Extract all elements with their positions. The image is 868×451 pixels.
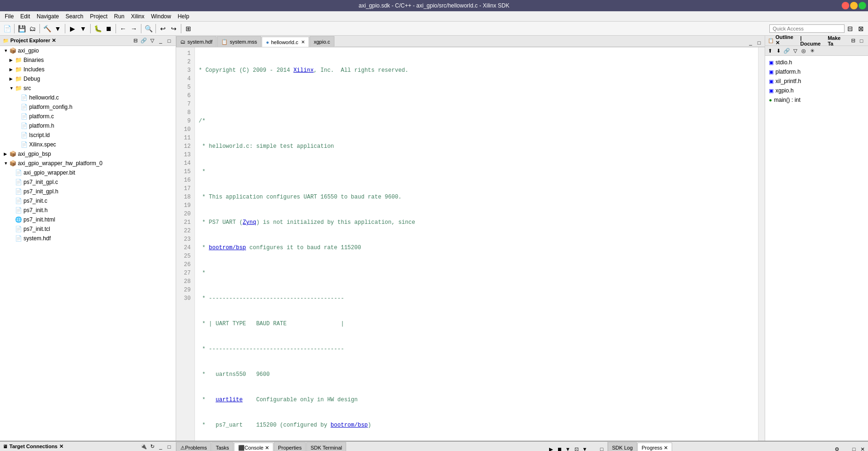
menu-window[interactable]: Window bbox=[148, 12, 174, 21]
minimize-pe-button[interactable]: _ bbox=[157, 37, 164, 45]
console-stop-btn[interactable]: ⏹ bbox=[556, 445, 563, 451]
editor-minimize-btn[interactable]: _ bbox=[747, 39, 754, 46]
console-term-btn[interactable]: ⊡ bbox=[573, 445, 580, 451]
tb-debug-button[interactable]: 🐛 bbox=[93, 23, 103, 34]
console-tab-problems[interactable]: ⚠ Problems bbox=[176, 442, 211, 451]
console-run-btn[interactable]: ▶ bbox=[547, 445, 555, 451]
tree-item-includes[interactable]: ▶ 📁 Includes bbox=[0, 65, 176, 74]
tree-item-platform-c[interactable]: 📄 platform.c bbox=[0, 112, 176, 121]
filter-button[interactable]: ▽ bbox=[148, 37, 156, 45]
tb-run-drop[interactable]: ▼ bbox=[78, 23, 88, 34]
menu-run[interactable]: Run bbox=[111, 12, 127, 21]
tree-item-ps7-init-gpl-c[interactable]: 📄 ps7_init_gpl.c bbox=[0, 177, 176, 187]
tc-maximize-btn[interactable]: □ bbox=[165, 443, 173, 451]
win-btn-close[interactable] bbox=[842, 2, 849, 9]
menu-search[interactable]: Search bbox=[62, 12, 86, 21]
tree-item-src[interactable]: ▼ 📁 src bbox=[0, 84, 176, 93]
tb-redo-button[interactable]: ↪ bbox=[169, 23, 179, 34]
outline-tb5[interactable]: ◎ bbox=[800, 47, 807, 54]
tb-undo-button[interactable]: ↩ bbox=[158, 23, 168, 34]
tb-icon1[interactable]: ⊟ bbox=[845, 23, 855, 34]
tb-build-drop[interactable]: ▼ bbox=[53, 23, 63, 34]
tree-item-platform-config-h[interactable]: 📄 platform_config.h bbox=[0, 102, 176, 112]
outline-btn2[interactable]: □ bbox=[858, 37, 865, 45]
outline-tb3[interactable]: 🔗 bbox=[783, 47, 790, 54]
tb-save-button[interactable]: 💾 bbox=[16, 23, 27, 34]
menu-edit[interactable]: Edit bbox=[17, 12, 33, 21]
console-tab-tasks[interactable]: Tasks bbox=[211, 442, 233, 451]
outline-tb2[interactable]: ⬇ bbox=[775, 47, 782, 54]
editor-scrollbar[interactable] bbox=[758, 47, 765, 441]
make-ta-tab-label[interactable]: Make Ta bbox=[825, 34, 849, 47]
tb-back-button[interactable]: ← bbox=[118, 23, 128, 34]
tree-item-ps7-init-tcl[interactable]: 📄 ps7_init.tcl bbox=[0, 224, 176, 234]
tab-xgpio-c[interactable]: xgpio.c bbox=[310, 36, 334, 47]
tree-item-binaries[interactable]: ▶ 📁 Binaries bbox=[0, 55, 176, 65]
outline-item-xil-printf-h[interactable]: ▣ xil_printf.h bbox=[767, 76, 866, 86]
tb-perspective-button[interactable]: ⊞ bbox=[183, 23, 194, 34]
tab-system-mss[interactable]: 📋 system.mss bbox=[217, 36, 261, 47]
win-btn-maximize[interactable] bbox=[859, 2, 866, 9]
tree-item-lscript-ld[interactable]: 📄 lscript.ld bbox=[0, 130, 176, 140]
tree-item-debug[interactable]: ▶ 📁 Debug bbox=[0, 74, 176, 84]
tree-item-helloworld-c[interactable]: 📄 helloworld.c bbox=[0, 93, 176, 102]
tree-item-system-hdf[interactable]: 📄 system.hdf bbox=[0, 234, 176, 243]
console-tab-console[interactable]: ⬛ Console ✕ bbox=[234, 443, 273, 451]
docume-tab-label[interactable]: | Docume bbox=[798, 34, 825, 47]
tree-item-axi-gpio-wrapper[interactable]: ▼ 📦 axi_gpio_wrapper_hw_platform_0 bbox=[0, 159, 176, 168]
tab-helloworld-c[interactable]: ● helloworld.c ✕ bbox=[262, 37, 309, 47]
outline-tb1[interactable]: ⬆ bbox=[766, 47, 774, 54]
tb-run-button[interactable]: ▶ bbox=[67, 23, 78, 34]
tree-item-platform-h[interactable]: 📄 platform.h bbox=[0, 121, 176, 130]
sdklog-minimize-btn[interactable]: _ bbox=[842, 445, 849, 451]
tab-system-hdf[interactable]: 🗂 system.hdf bbox=[176, 36, 217, 47]
outline-item-platform-h[interactable]: ▣ platform.h bbox=[767, 67, 866, 76]
tb-save-all-button[interactable]: 🗂 bbox=[27, 23, 38, 34]
tree-item-axi-gpio-wrapper-bit[interactable]: 📄 axi_gpio_wrapper.bit bbox=[0, 168, 176, 177]
tc-btn1[interactable]: 🔌 bbox=[140, 443, 147, 451]
tree-item-ps7-init-gpl-h[interactable]: 📄 ps7_init_gpl.h bbox=[0, 187, 176, 196]
sdklog-settings-btn[interactable]: ⚙ bbox=[833, 445, 841, 451]
outline-item-stdio-h[interactable]: ▣ stdio.h bbox=[767, 58, 866, 67]
tree-item-ps7-init-html[interactable]: 🌐 ps7_init.html bbox=[0, 215, 176, 224]
menu-project[interactable]: Project bbox=[87, 12, 110, 21]
console-tab-properties[interactable]: Properties bbox=[274, 442, 306, 451]
menu-navigate[interactable]: Navigate bbox=[34, 12, 62, 21]
sdklog-tab-sdk-log[interactable]: SDK Log bbox=[608, 442, 637, 451]
win-btn-minimize[interactable] bbox=[850, 2, 858, 9]
tab-close-helloworld-c[interactable]: ✕ bbox=[301, 39, 305, 45]
outline-tb4[interactable]: ▽ bbox=[791, 47, 799, 54]
console-drop-btn[interactable]: ▼ bbox=[564, 445, 572, 451]
menu-help[interactable]: Help bbox=[175, 12, 192, 21]
tree-item-axi-gpio-bsp[interactable]: ▶ 📦 axi_gpio_bsp bbox=[0, 149, 176, 159]
editor-maximize-btn[interactable]: □ bbox=[755, 39, 763, 46]
code-editor[interactable]: 12345 678910 1112131415 1617181920 21222… bbox=[176, 47, 765, 441]
link-editor-button[interactable]: 🔗 bbox=[140, 37, 147, 45]
tb-icon2[interactable]: ⊠ bbox=[856, 23, 866, 34]
tree-item-axi-gpio[interactable]: ▼ 📦 axi_gpio bbox=[0, 46, 176, 55]
quick-access-input[interactable] bbox=[769, 24, 845, 33]
outline-item-xgpio-h[interactable]: ▣ xgpio.h bbox=[767, 86, 866, 95]
tb-search-button[interactable]: 🔍 bbox=[143, 23, 154, 34]
tc-minimize-btn[interactable]: _ bbox=[157, 443, 164, 451]
console-maximize-btn[interactable]: □ bbox=[598, 445, 605, 451]
tb-new-button[interactable]: 📄 bbox=[2, 23, 12, 34]
sdklog-close-btn[interactable]: ✕ bbox=[859, 445, 866, 451]
tb-forward-button[interactable]: → bbox=[129, 23, 139, 34]
console-drop2-btn[interactable]: ▼ bbox=[581, 445, 589, 451]
collapse-all-button[interactable]: ⊟ bbox=[132, 37, 139, 45]
tree-item-ps7-init-c[interactable]: 📄 ps7_init.c bbox=[0, 196, 176, 206]
menu-xilinx[interactable]: Xilinx bbox=[128, 12, 147, 21]
outline-tab-label[interactable]: Outline ✕ bbox=[775, 34, 798, 47]
sdklog-maximize-btn[interactable]: □ bbox=[850, 445, 858, 451]
sdklog-tab-progress[interactable]: Progress ✕ bbox=[637, 443, 672, 451]
maximize-pe-button[interactable]: □ bbox=[165, 37, 173, 45]
menu-file[interactable]: File bbox=[2, 12, 16, 21]
tree-item-ps7-init-h[interactable]: 📄 ps7_init.h bbox=[0, 206, 176, 215]
outline-btn1[interactable]: ⊟ bbox=[849, 37, 857, 45]
outline-tb6[interactable]: ✳ bbox=[808, 47, 816, 54]
tb-stop-button[interactable]: ⏹ bbox=[103, 23, 114, 34]
console-minimize-btn[interactable]: _ bbox=[589, 445, 597, 451]
tree-item-xilinx-spec[interactable]: 📄 Xilinx.spec bbox=[0, 140, 176, 149]
tc-btn2[interactable]: ↻ bbox=[148, 443, 156, 451]
